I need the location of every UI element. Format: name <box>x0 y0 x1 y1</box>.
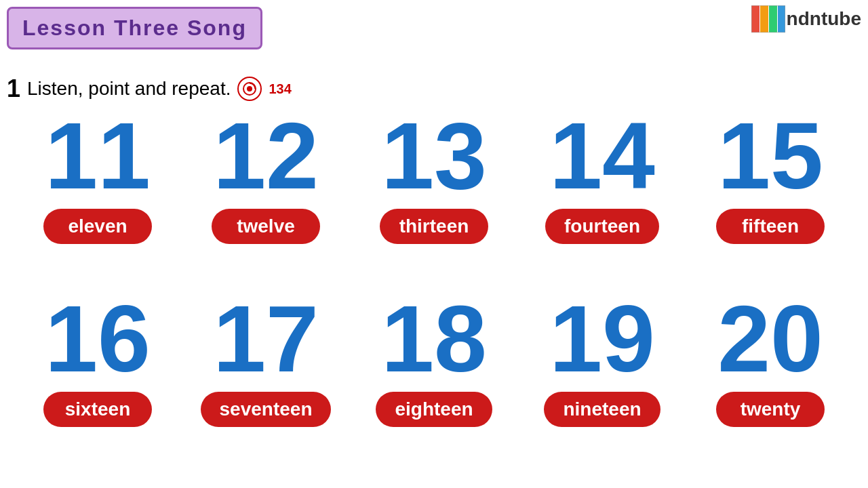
title-box: Lesson Three Song <box>7 7 262 49</box>
big-number: 14 <box>549 108 655 203</box>
big-number: 20 <box>717 291 823 386</box>
instruction-line: 1 Listen, point and repeat. 134 <box>7 75 292 103</box>
number-item: 19nineteen <box>528 291 677 427</box>
track-number: 134 <box>269 81 291 97</box>
word-badge: twenty <box>716 392 825 427</box>
number-item: 11eleven <box>23 108 172 244</box>
numbers-row-2: 16sixteen17seventeen18eighteen19nineteen… <box>14 291 854 434</box>
number-item: 16sixteen <box>23 291 172 427</box>
big-number: 18 <box>381 291 487 386</box>
word-badge: nineteen <box>544 392 660 427</box>
svg-point-6 <box>247 86 252 92</box>
number-item: 14fourteen <box>528 108 677 244</box>
number-item: 12twelve <box>191 108 340 244</box>
svg-rect-2 <box>769 5 777 33</box>
word-badge: eighteen <box>376 392 492 427</box>
audio-icon[interactable] <box>237 77 262 101</box>
big-number: 16 <box>45 291 151 386</box>
word-badge: thirteen <box>380 209 488 244</box>
number-item: 17seventeen <box>191 291 340 427</box>
page-title: Lesson Three Song <box>22 16 247 41</box>
word-badge: twelve <box>212 209 320 244</box>
word-badge: sixteen <box>43 392 152 427</box>
svg-rect-0 <box>751 5 760 33</box>
svg-rect-1 <box>760 5 768 33</box>
word-badge: seventeen <box>201 392 332 427</box>
row-1: 11eleven12twelve13thirteen14fourteen15fi… <box>14 108 854 244</box>
number-item: 15fifteen <box>696 108 845 244</box>
number-item: 13thirteen <box>359 108 509 244</box>
word-badge: fifteen <box>716 209 825 244</box>
big-number: 15 <box>717 108 823 203</box>
instruction-text: Listen, point and repeat. <box>27 78 231 100</box>
word-badge: eleven <box>43 209 152 244</box>
big-number: 13 <box>381 108 487 203</box>
big-number: 12 <box>213 108 319 203</box>
logo: ndntube <box>751 5 861 33</box>
big-number: 17 <box>213 291 319 386</box>
numbers-row-1: 11eleven12twelve13thirteen14fourteen15fi… <box>14 108 854 251</box>
row-2: 16sixteen17seventeen18eighteen19nineteen… <box>14 291 854 427</box>
logo-text: ndntube <box>787 8 861 30</box>
big-number: 19 <box>549 291 655 386</box>
number-item: 18eighteen <box>359 291 509 427</box>
big-number: 11 <box>45 108 151 203</box>
instruction-number: 1 <box>7 75 20 103</box>
number-item: 20twenty <box>696 291 845 427</box>
svg-rect-3 <box>778 5 785 33</box>
logo-icon <box>751 5 785 33</box>
word-badge: fourteen <box>545 209 659 244</box>
